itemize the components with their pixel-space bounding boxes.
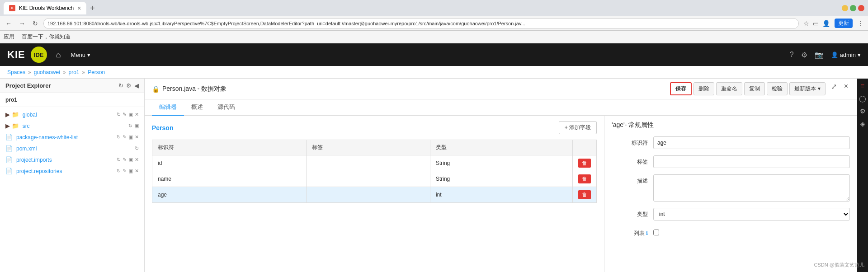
file-refresh-icon[interactable]: ↻ — [135, 145, 139, 151]
file-refresh-icon[interactable]: ↻ — [117, 157, 121, 163]
field-type: int — [430, 187, 572, 203]
file-edit-icon[interactable]: ✎ — [123, 134, 127, 140]
file-delete-icon[interactable]: ✕ — [135, 168, 139, 174]
add-field-button[interactable]: + 添加字段 — [559, 121, 597, 134]
sidebar-refresh-icon[interactable]: ↻ — [118, 82, 123, 89]
field-identifier: age — [152, 187, 307, 203]
screenshot-icon[interactable]: 📷 — [815, 51, 824, 59]
file-delete-icon[interactable]: ✕ — [135, 134, 139, 140]
expand-editor-icon[interactable]: ⤢ — [829, 82, 839, 95]
delete-button[interactable]: 删除 — [693, 82, 714, 95]
new-tab-btn[interactable]: + — [90, 4, 95, 13]
folder-icon: ▶ 📁 — [5, 122, 19, 129]
menu-arrow-icon: ▾ — [87, 52, 90, 58]
admin-button[interactable]: 👤 admin ▾ — [831, 52, 861, 58]
close-btn[interactable] — [858, 5, 864, 11]
file-actions: ↻ ▣ — [128, 123, 139, 129]
file-copy-icon[interactable]: ▣ — [128, 168, 133, 174]
bookmark-icon[interactable]: ☆ — [802, 19, 810, 28]
breadcrumb-pro1[interactable]: pro1 — [68, 69, 79, 75]
cast-icon[interactable]: ▭ — [812, 19, 820, 28]
file-copy-icon[interactable]: ▣ — [128, 157, 133, 163]
file-edit-icon[interactable]: ✎ — [123, 157, 127, 163]
address-input[interactable] — [43, 18, 799, 29]
home-button[interactable]: ⌂ — [56, 50, 61, 60]
validate-button[interactable]: 检验 — [767, 82, 788, 95]
minimize-btn[interactable] — [842, 5, 848, 11]
file-delete-icon[interactable]: ✕ — [135, 157, 139, 163]
close-editor-icon[interactable]: × — [842, 82, 850, 95]
bookmark-baidu[interactable]: 百度一下，你就知道 — [22, 33, 71, 41]
file-refresh-icon[interactable]: ↻ — [117, 112, 121, 117]
latest-version-button[interactable]: 最新版本 ▾ — [789, 82, 825, 95]
list-item[interactable]: ▶ 📁 src ↻ ▣ — [0, 120, 144, 131]
table-row[interactable]: id String 🗑 — [152, 155, 597, 171]
reload-btn[interactable]: ↻ — [31, 19, 40, 28]
tab-overview[interactable]: 概述 — [184, 99, 210, 116]
prop-label-row: 标签 — [612, 155, 850, 168]
file-name: global — [23, 112, 113, 118]
model-name: Person — [152, 124, 173, 131]
help-icon[interactable]: ? — [790, 51, 794, 59]
breadcrumb: Spaces » guohaowei » pro1 » Person — [0, 66, 868, 79]
rs-icon-1[interactable]: ≡ — [859, 80, 866, 91]
tab-editor[interactable]: 编辑器 — [152, 99, 184, 116]
account-icon[interactable]: 👤 — [821, 19, 831, 28]
breadcrumb-guohaowei[interactable]: guohaowei — [34, 69, 60, 75]
update-button[interactable]: 更新 — [835, 19, 853, 28]
prop-identifier-input[interactable] — [653, 136, 850, 149]
list-item[interactable]: 📄 project.repositories ↻ ✎ ▣ ✕ — [0, 165, 144, 177]
tab-source[interactable]: 源代码 — [210, 99, 242, 116]
prop-label-input[interactable] — [653, 155, 850, 168]
table-row[interactable]: age int 🗑 — [152, 187, 597, 203]
file-list: ▶ 📁 global ↻ ✎ ▣ ✕ ▶ 📁 src ↻ ▣ 📄 — [0, 107, 144, 272]
rs-icon-3[interactable]: ⚙ — [858, 106, 868, 117]
list-item[interactable]: 📄 package-names-white-list ↻ ✎ ▣ ✕ — [0, 131, 144, 143]
maximize-btn[interactable] — [850, 5, 856, 11]
menu-dots-icon[interactable]: ⋮ — [856, 19, 864, 28]
file-copy-icon[interactable]: ▣ — [128, 112, 133, 117]
bookmark-apps[interactable]: 应用 — [4, 33, 14, 41]
table-row[interactable]: name String 🗑 — [152, 171, 597, 187]
file-edit-icon[interactable]: ✎ — [123, 112, 127, 117]
prop-type-select[interactable]: int String boolean long double — [653, 208, 850, 220]
browser-tab[interactable]: K KIE Drools Workbench × — [4, 2, 86, 14]
field-delete-button[interactable]: 🗑 — [578, 174, 591, 183]
save-button[interactable]: 保存 — [670, 82, 692, 95]
breadcrumb-spaces[interactable]: Spaces — [7, 69, 25, 75]
back-btn[interactable]: ← — [4, 19, 14, 28]
prop-type-row: 类型 int String boolean long double — [612, 208, 850, 220]
file-delete-icon[interactable]: ✕ — [135, 112, 139, 117]
sidebar-settings-icon[interactable]: ⚙ — [126, 82, 132, 89]
file-actions: ↻ — [135, 145, 139, 151]
breadcrumb-sep-3: » — [82, 69, 85, 75]
rs-icon-4[interactable]: ◈ — [859, 118, 867, 129]
field-delete-button[interactable]: 🗑 — [578, 159, 591, 168]
file-edit-icon[interactable]: ✎ — [123, 168, 127, 174]
breadcrumb-sep-1: » — [28, 69, 31, 75]
prop-description-textarea[interactable] — [653, 174, 850, 202]
list-item[interactable]: 📄 project.imports ↻ ✎ ▣ ✕ — [0, 154, 144, 165]
menu-button[interactable]: Menu ▾ — [66, 49, 95, 61]
rs-icon-2[interactable]: ◯ — [857, 93, 868, 104]
prop-list-checkbox[interactable] — [653, 230, 659, 235]
col-identifier: 标识符 — [152, 140, 307, 155]
file-name: project.repositories — [16, 168, 113, 174]
rename-button[interactable]: 重命名 — [716, 82, 742, 95]
file-copy-icon[interactable]: ▣ — [134, 123, 139, 129]
list-info-icon[interactable]: ℹ — [646, 230, 648, 236]
file-refresh-icon[interactable]: ↻ — [128, 123, 132, 129]
file-refresh-icon[interactable]: ↻ — [117, 134, 121, 140]
field-delete-button[interactable]: 🗑 — [578, 190, 591, 199]
file-refresh-icon[interactable]: ↻ — [117, 168, 121, 174]
list-item[interactable]: 📄 pom.xml ↻ — [0, 143, 144, 154]
list-item[interactable]: ▶ 📁 global ↻ ✎ ▣ ✕ — [0, 109, 144, 120]
breadcrumb-person[interactable]: Person — [88, 69, 105, 75]
sidebar-collapse-icon[interactable]: ◀ — [134, 82, 139, 89]
copy-button[interactable]: 复制 — [744, 82, 765, 95]
fields-table: 标识符 标签 类型 id String 🗑 — [152, 140, 597, 203]
forward-btn[interactable]: → — [17, 19, 27, 28]
tab-close-btn[interactable]: × — [77, 5, 81, 12]
file-copy-icon[interactable]: ▣ — [128, 134, 133, 140]
settings-icon[interactable]: ⚙ — [801, 51, 807, 59]
